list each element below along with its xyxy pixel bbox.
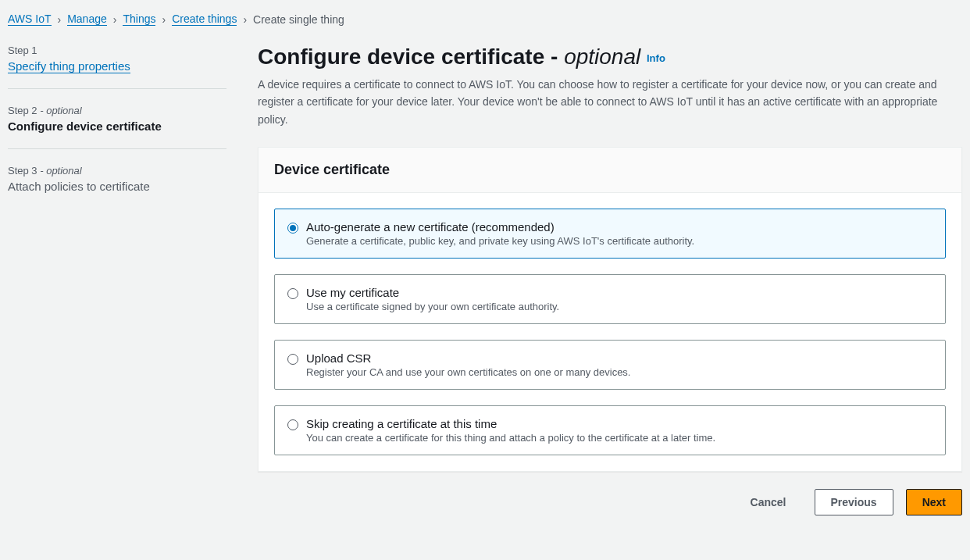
main-content: Configure device certificate - optional … <box>258 45 962 515</box>
option-title: Auto-generate a new certificate (recomme… <box>306 220 694 234</box>
panel-title: Device certificate <box>274 162 946 178</box>
cancel-button[interactable]: Cancel <box>735 490 802 515</box>
wizard-footer: Cancel Previous Next <box>258 489 962 515</box>
device-certificate-panel: Device certificate Auto-generate a new c… <box>258 147 962 472</box>
option-auto-generate[interactable]: Auto-generate a new certificate (recomme… <box>274 209 946 259</box>
option-upload-csr[interactable]: Upload CSR Register your CA and use your… <box>274 340 946 390</box>
breadcrumb-create-things[interactable]: Create things <box>172 12 237 26</box>
chevron-right-icon: › <box>162 13 166 26</box>
radio-icon <box>287 419 298 430</box>
option-text: Use my certificate Use a certificate sig… <box>306 286 559 312</box>
breadcrumb: AWS IoT › Manage › Things › Create thing… <box>8 12 962 26</box>
next-button[interactable]: Next <box>906 489 962 515</box>
page-title: Configure device certificate - optional … <box>258 45 962 70</box>
step-1-title[interactable]: Specify thing properties <box>8 59 130 73</box>
option-title: Upload CSR <box>306 351 631 365</box>
step-label: Step 3 - optional <box>8 165 226 177</box>
breadcrumb-manage[interactable]: Manage <box>67 12 107 26</box>
wizard-steps-sidebar: Step 1 Specify thing properties Step 2 -… <box>8 45 226 515</box>
option-skip-certificate[interactable]: Skip creating a certificate at this time… <box>274 405 946 455</box>
option-title: Skip creating a certificate at this time <box>306 417 715 430</box>
option-desc: You can create a certificate for this th… <box>306 432 715 444</box>
option-title: Use my certificate <box>306 286 559 299</box>
step-2-title: Configure device certificate <box>8 119 226 133</box>
option-text: Auto-generate a new certificate (recomme… <box>306 220 694 247</box>
chevron-right-icon: › <box>243 13 247 26</box>
option-text: Upload CSR Register your CA and use your… <box>306 351 631 378</box>
step-label: Step 2 - optional <box>8 105 226 116</box>
page-title-sep: - <box>544 45 564 69</box>
step-label: Step 1 <box>8 45 226 56</box>
option-use-my-certificate[interactable]: Use my certificate Use a certificate sig… <box>274 274 946 324</box>
radio-icon <box>287 354 298 365</box>
page-title-optional: optional <box>564 45 640 69</box>
step-2: Step 2 - optional Configure device certi… <box>8 105 226 149</box>
step-optional: - optional <box>37 105 82 116</box>
option-desc: Register your CA and use your own certif… <box>306 366 631 378</box>
page-title-main: Configure device certificate <box>258 45 544 69</box>
breadcrumb-things[interactable]: Things <box>123 12 155 26</box>
breadcrumb-current: Create single thing <box>253 13 344 26</box>
step-number: Step 1 <box>8 45 37 56</box>
step-optional: - optional <box>37 165 82 177</box>
step-number: Step 2 <box>8 105 37 116</box>
step-1: Step 1 Specify thing properties <box>8 45 226 89</box>
step-3: Step 3 - optional Attach policies to cer… <box>8 165 226 209</box>
option-desc: Generate a certificate, public key, and … <box>306 235 694 247</box>
panel-header: Device certificate <box>259 148 961 193</box>
previous-button[interactable]: Previous <box>815 489 893 515</box>
info-link[interactable]: Info <box>647 52 665 64</box>
chevron-right-icon: › <box>113 13 117 26</box>
chevron-right-icon: › <box>58 13 62 26</box>
radio-icon <box>287 223 298 234</box>
radio-icon <box>287 288 298 299</box>
option-text: Skip creating a certificate at this time… <box>306 417 715 444</box>
step-3-title: Attach policies to certificate <box>8 180 226 193</box>
breadcrumb-aws-iot[interactable]: AWS IoT <box>8 12 52 26</box>
step-number: Step 3 <box>8 165 37 177</box>
option-desc: Use a certificate signed by your own cer… <box>306 301 559 312</box>
page-description: A device requires a certificate to conne… <box>258 76 962 128</box>
panel-body: Auto-generate a new certificate (recomme… <box>259 193 961 471</box>
